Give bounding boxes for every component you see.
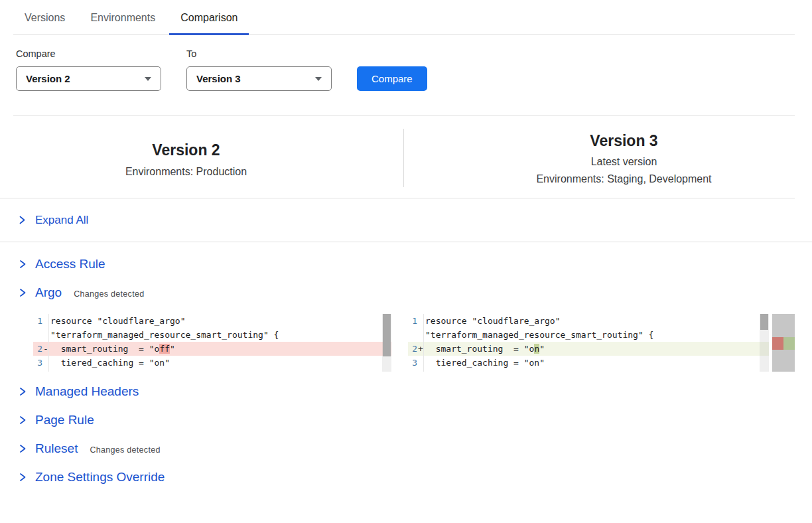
sections-list: Access Rule Argo Changes detected 1resou…: [0, 256, 812, 485]
section-label: Zone Settings Override: [35, 469, 165, 485]
compare-button[interactable]: Compare: [357, 66, 427, 91]
section-label: Argo: [35, 285, 62, 301]
expand-all-link[interactable]: Expand All: [0, 198, 812, 242]
compare-field: Compare Version 2: [16, 47, 161, 91]
section-argo[interactable]: Argo Changes detected: [19, 285, 812, 301]
section-access-rule[interactable]: Access Rule: [19, 256, 812, 272]
diff-code-line: 3 tiered_caching = "on": [33, 356, 391, 370]
diff-code-line: "terraform_managed_resource_smart_routin…: [408, 328, 769, 342]
scrollbar-thumb[interactable]: [760, 314, 768, 330]
section-label: Page Rule: [35, 412, 94, 428]
tab-versions[interactable]: Versions: [13, 11, 76, 35]
compare-version-select-value: Version 2: [26, 73, 70, 84]
section-label: Access Rule: [35, 256, 105, 272]
version-left-environments: Environments: Production: [0, 165, 372, 179]
minimap-removed-mark: [772, 337, 783, 350]
changes-detected-badge: Changes detected: [74, 289, 144, 299]
to-label: To: [186, 47, 332, 60]
diff-removed-line: 2- smart_routing = "off": [33, 342, 391, 356]
diff-line-number: 2: [33, 342, 42, 356]
diff-line-number: [408, 328, 417, 342]
to-version-select[interactable]: Version 3: [186, 66, 332, 91]
changes-detected-badge: Changes detected: [90, 445, 160, 455]
chevron-right-icon: [19, 415, 27, 425]
diff-code-line: }: [33, 370, 391, 372]
tab-comparison[interactable]: Comparison: [169, 11, 249, 35]
section-label: Managed Headers: [35, 384, 139, 400]
section-ruleset[interactable]: Ruleset Changes detected: [19, 441, 812, 457]
version-right-title: Version 3: [453, 131, 795, 150]
diff-added-line: 2+ smart_routing = "on": [408, 342, 769, 356]
chevron-right-icon: [19, 287, 27, 298]
chevron-right-icon: [19, 386, 27, 397]
version-headers: Version 2 Environments: Production Versi…: [0, 116, 795, 198]
to-field: To Version 3: [186, 47, 332, 91]
diff-line-number: 3: [408, 356, 417, 370]
compare-controls: Compare Version 2 To Version 3 Compare: [16, 47, 812, 91]
compare-version-select[interactable]: Version 2: [16, 66, 161, 91]
scrollbar-thumb[interactable]: [383, 314, 391, 356]
scrollbar[interactable]: [760, 314, 769, 372]
to-version-select-value: Version 3: [196, 73, 241, 84]
minimap-change-mark: [772, 337, 795, 350]
diff-right-code-area: 1resource "cloudflare_argo" "terraform_m…: [408, 314, 769, 372]
diff-line-number: 1: [33, 314, 42, 328]
chevron-right-icon: [19, 259, 27, 269]
version-right-panel: Version 3 Latest version Environments: S…: [404, 116, 795, 198]
minimap-added-mark: [783, 337, 795, 350]
chevron-right-icon: [19, 215, 26, 225]
diff-code-line: 3 tiered_caching = "on": [408, 356, 769, 370]
chevron-right-icon: [19, 443, 27, 454]
argo-diff: 1resource "cloudflare_argo" "terraform_m…: [33, 314, 795, 372]
tab-bar: Versions Environments Comparison: [13, 0, 795, 35]
inline-removed-highlight: ff: [159, 344, 170, 354]
diff-line-number: 3: [33, 356, 42, 370]
diff-line-number: 1: [408, 314, 417, 328]
caret-down-icon: [315, 77, 322, 81]
chevron-right-icon: [19, 472, 27, 483]
diff-code-line: "terraform_managed_resource_smart_routin…: [33, 328, 391, 342]
scrollbar[interactable]: [382, 314, 391, 372]
diff-line-number: 2: [408, 342, 417, 356]
section-zone-settings-override[interactable]: Zone Settings Override: [19, 469, 812, 485]
diff-code-line: }: [408, 370, 769, 372]
diff-line-number: [33, 370, 42, 372]
version-right-subtitle: Latest version: [453, 155, 795, 169]
section-page-rule[interactable]: Page Rule: [19, 412, 812, 428]
caret-down-icon: [145, 77, 151, 81]
diff-left-pane: 1resource "cloudflare_argo" "terraform_m…: [33, 314, 391, 372]
compare-label: Compare: [16, 47, 161, 60]
version-left-panel: Version 2 Environments: Production: [0, 116, 404, 198]
diff-line-number: [33, 328, 42, 342]
section-managed-headers[interactable]: Managed Headers: [19, 384, 812, 400]
section-label: Ruleset: [35, 441, 78, 457]
diff-code-line: 1resource "cloudflare_argo": [33, 314, 391, 328]
version-left-title: Version 2: [0, 141, 372, 159]
diff-right-pane: 1resource "cloudflare_argo" "terraform_m…: [408, 314, 795, 372]
diff-minimap[interactable]: [772, 314, 795, 372]
diff-line-number: [408, 370, 417, 372]
expand-all-label: Expand All: [35, 214, 88, 227]
tab-environments[interactable]: Environments: [79, 11, 167, 35]
diff-code-line: 1resource "cloudflare_argo": [408, 314, 769, 328]
version-right-environments: Environments: Staging, Development: [453, 173, 795, 186]
